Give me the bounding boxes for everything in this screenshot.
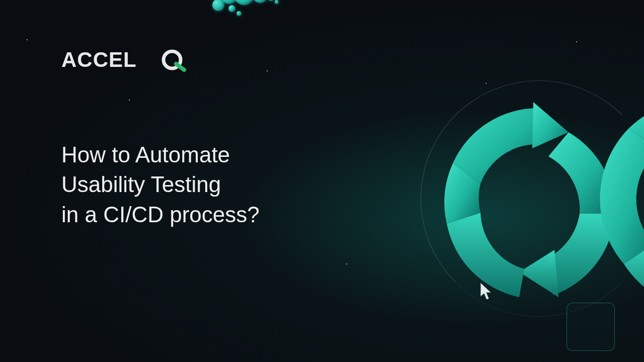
orbit-ring xyxy=(421,80,644,317)
accelq-logo-icon: ACCEL xyxy=(61,48,197,73)
bubble-cluster xyxy=(181,0,332,30)
star-dot xyxy=(27,39,28,40)
star-dot xyxy=(346,263,347,264)
star-dot xyxy=(576,41,577,42)
cursor-icon xyxy=(479,282,493,302)
infinity-graphic xyxy=(392,78,644,339)
page-headline: How to Automate Usability Testing in a C… xyxy=(61,140,260,229)
scroll-top-button[interactable] xyxy=(567,303,615,351)
star-dot xyxy=(129,100,130,101)
star-dot xyxy=(267,70,268,71)
brand-logo: ACCEL xyxy=(61,48,197,73)
